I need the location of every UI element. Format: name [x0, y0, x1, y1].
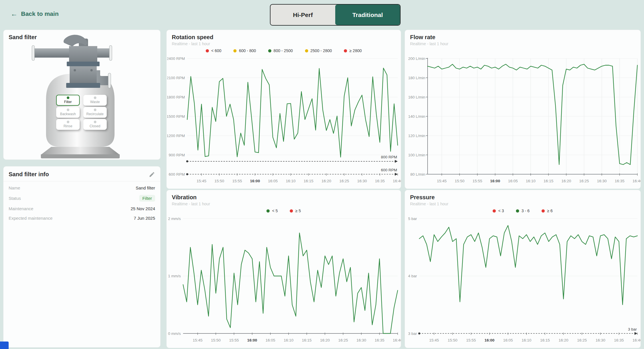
valve-state-dot — [94, 96, 96, 99]
legend-dot — [305, 49, 308, 52]
legend-item: < 5 — [266, 208, 278, 213]
svg-text:16:30: 16:30 — [596, 338, 605, 342]
legend-label: 2500 - 2800 — [310, 48, 332, 53]
svg-text:16:20: 16:20 — [559, 338, 568, 342]
legend-dot — [493, 209, 496, 213]
svg-text:5 bar: 5 bar — [408, 217, 417, 221]
svg-text:16:05: 16:05 — [266, 338, 275, 342]
legend-item: < 3 — [493, 208, 504, 213]
legend-item: ≥ 2800 — [344, 48, 362, 53]
svg-text:15:45: 15:45 — [429, 338, 439, 342]
pencil-icon — [149, 171, 155, 178]
svg-text:200 L/min: 200 L/min — [408, 56, 425, 61]
edit-button[interactable] — [149, 171, 155, 178]
valve-state-dot — [67, 121, 69, 123]
legend-item: ≥ 6 — [542, 208, 552, 213]
svg-text:2400 RPM: 2400 RPM — [167, 56, 185, 61]
valve-button-closed[interactable]: Closed — [83, 119, 107, 130]
legend-dot — [268, 49, 271, 52]
legend-item: 2500 - 2800 — [305, 48, 332, 53]
valve-button-label: Backwash — [60, 112, 76, 116]
svg-text:16:30: 16:30 — [597, 179, 607, 183]
svg-text:16:20: 16:20 — [320, 338, 330, 342]
vibration-chart: 0 mm/s1 mm/s2 mm/s15:4515:5015:5516:0016… — [167, 215, 401, 344]
view-mode-toggle: Hi-PerfTraditional — [270, 4, 401, 26]
svg-text:16:25: 16:25 — [577, 338, 587, 342]
legend-label: 600 - 800 — [239, 48, 256, 53]
svg-text:16:10: 16:10 — [284, 338, 294, 342]
legend-label: 3 - 6 — [521, 208, 529, 213]
pressure-legend: < 33 - 6≥ 6 — [405, 206, 641, 215]
svg-text:16:15: 16:15 — [302, 338, 312, 342]
info-card-title: Sand filter info — [9, 171, 49, 178]
svg-text:16:20: 16:20 — [561, 179, 571, 183]
svg-text:16:15: 16:15 — [540, 338, 550, 342]
svg-text:16:30: 16:30 — [357, 338, 366, 342]
svg-text:3 bar: 3 bar — [628, 327, 637, 331]
svg-text:15:55: 15:55 — [472, 179, 482, 183]
legend-label: ≥ 2800 — [349, 48, 362, 53]
svg-text:16:10: 16:10 — [286, 179, 296, 183]
svg-text:15:55: 15:55 — [229, 338, 239, 342]
legend-label: < 3 — [498, 208, 504, 213]
svg-text:16:25: 16:25 — [339, 179, 349, 183]
back-to-main-link[interactable]: ← Back to main — [11, 10, 59, 17]
toggle-option-traditional[interactable]: Traditional — [335, 5, 400, 25]
svg-text:120 L/min: 120 L/min — [408, 134, 425, 138]
chart-subtitle: Realtime - last 1 hour — [167, 201, 401, 206]
svg-text:180 L/min: 180 L/min — [408, 76, 425, 80]
chart-title: Pressure — [405, 190, 641, 201]
svg-text:15:50: 15:50 — [211, 338, 221, 342]
flow-rate-legend — [405, 46, 641, 55]
svg-text:1800 RPM: 1800 RPM — [167, 95, 185, 99]
toggle-option-hi-perf[interactable]: Hi-Perf — [270, 5, 335, 25]
svg-text:16:35: 16:35 — [615, 179, 624, 183]
rotation-speed-legend: < 600600 - 800800 - 25002500 - 2800≥ 280… — [167, 46, 401, 55]
svg-text:15:50: 15:50 — [455, 179, 464, 183]
chart-title: Vibration — [167, 190, 401, 201]
svg-text:16:10: 16:10 — [522, 338, 531, 342]
legend-label: < 5 — [272, 208, 278, 213]
valve-button-rinse[interactable]: Rinse — [56, 119, 80, 130]
info-rows: NameSand filterStatusFilterMaintenance25… — [3, 183, 160, 223]
valve-button-backwash[interactable]: Backwash — [56, 107, 80, 118]
chart-subtitle: Realtime - last 1 hour — [167, 41, 401, 46]
legend-dot — [233, 49, 237, 52]
valve-button-label: Filter — [64, 100, 72, 104]
legend-item: 600 - 800 — [233, 48, 256, 53]
legend-dot — [290, 209, 293, 213]
legend-item: ≥ 5 — [290, 208, 301, 213]
svg-text:16:00: 16:00 — [247, 338, 257, 342]
info-row-value: Sand filter — [136, 185, 155, 190]
valve-button-filter[interactable]: Filter — [56, 95, 80, 106]
svg-text:160 L/min: 160 L/min — [408, 95, 425, 99]
svg-text:16:40: 16:40 — [632, 179, 641, 183]
info-row-value: 25 Nov 2024 — [131, 206, 155, 211]
info-row-value: 7 Jun 2025 — [134, 216, 155, 221]
legend-dot — [344, 49, 347, 52]
rotation-speed-chart: 600 RPM900 RPM1200 RPM1500 RPM1800 RPM21… — [167, 55, 401, 185]
svg-text:16:30: 16:30 — [357, 179, 367, 183]
svg-text:16:35: 16:35 — [614, 338, 624, 342]
svg-text:16:00: 16:00 — [490, 179, 500, 183]
valve-state-dot — [94, 109, 96, 111]
legend-label: ≥ 6 — [547, 208, 552, 213]
info-row-label: Status — [9, 196, 21, 201]
svg-text:16:40: 16:40 — [393, 179, 401, 183]
svg-text:16:05: 16:05 — [503, 338, 513, 342]
svg-text:800 RPM: 800 RPM — [381, 155, 397, 159]
valve-button-recirculate[interactable]: Recirculate — [83, 107, 107, 118]
legend-dot — [516, 209, 519, 213]
svg-text:16:05: 16:05 — [508, 179, 518, 183]
valve-button-label: Recirculate — [86, 112, 104, 116]
svg-text:15:45: 15:45 — [437, 179, 447, 183]
valve-button-label: Rinse — [64, 124, 73, 128]
chart-title: Flow rate — [405, 30, 641, 41]
legend-item: < 600 — [206, 48, 221, 53]
legend-dot — [542, 209, 545, 213]
svg-text:1200 RPM: 1200 RPM — [167, 134, 185, 138]
valve-button-label: Waste — [90, 100, 100, 104]
svg-text:4 bar: 4 bar — [408, 274, 417, 278]
valve-button-waste[interactable]: Waste — [83, 95, 107, 106]
svg-text:1 mm/s: 1 mm/s — [168, 274, 181, 278]
